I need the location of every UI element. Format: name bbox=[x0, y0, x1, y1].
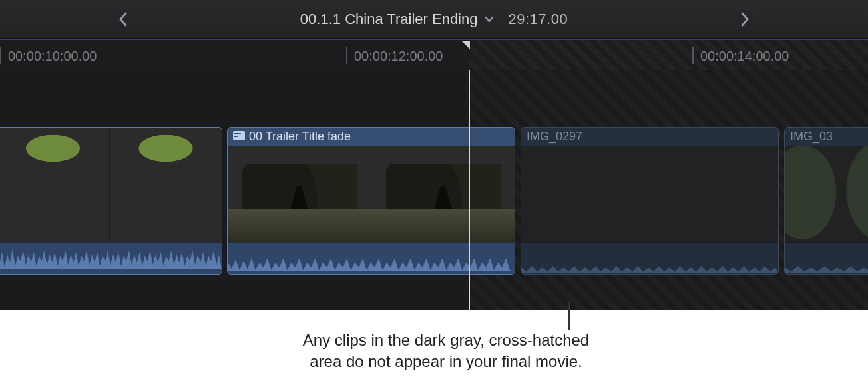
svg-rect-2 bbox=[234, 136, 238, 137]
clip-title-bar: 00 Trailer Title fade bbox=[228, 128, 515, 146]
chevron-right-icon bbox=[740, 12, 750, 27]
clip[interactable]: IMG_0297 bbox=[521, 127, 779, 275]
tick-mark bbox=[0, 47, 1, 64]
tick-mark bbox=[692, 47, 694, 64]
clip-audio-waveform bbox=[228, 242, 515, 274]
clip-audio-waveform bbox=[0, 242, 222, 274]
clip-title-bar: IMG_0297 bbox=[521, 128, 778, 146]
clip-thumbnails: NameDescription NameDescription bbox=[228, 146, 515, 242]
thumbnail-frame: NameDescription bbox=[371, 146, 515, 242]
chevron-left-icon bbox=[118, 12, 128, 27]
chevron-down-icon bbox=[484, 11, 493, 28]
tick-label: 00:00:14:00.00 bbox=[700, 49, 789, 64]
timeline-tracks[interactable]: 00 Trailer Title fade NameDescription Na… bbox=[0, 70, 868, 310]
thumb-label: Name bbox=[375, 223, 393, 231]
thumbnail-frame bbox=[110, 128, 222, 242]
callout-leader-line bbox=[568, 302, 570, 330]
clip-title-text: 00 Trailer Title fade bbox=[249, 130, 351, 144]
clip-thumbnails bbox=[0, 128, 222, 242]
clip-title-text: IMG_0297 bbox=[527, 130, 582, 144]
ruler-tick: 00:00:12:00.00 bbox=[346, 40, 443, 70]
sequence-duration: 29:17.00 bbox=[508, 11, 568, 28]
thumbnail-frame bbox=[0, 128, 110, 242]
playhead[interactable] bbox=[469, 70, 470, 310]
callout-text: Any clips in the dark gray, cross-hatche… bbox=[260, 330, 632, 372]
sequence-title-dropdown[interactable]: 00.1.1 China Trailer Ending bbox=[300, 11, 494, 28]
clip-audio-waveform bbox=[785, 242, 868, 274]
thumb-label: Description bbox=[375, 231, 409, 238]
clip-audio-waveform bbox=[521, 242, 778, 274]
clip-title-bar: IMG_03 bbox=[785, 128, 868, 146]
video-editor-timeline: 00.1.1 China Trailer Ending 29:17.00 00:… bbox=[0, 0, 868, 310]
range-end-icon bbox=[462, 41, 470, 49]
svg-rect-1 bbox=[234, 133, 241, 134]
clip[interactable]: IMG_03 bbox=[784, 127, 868, 275]
tick-mark bbox=[346, 47, 347, 64]
thumbnail-frame: NameDescription bbox=[228, 146, 371, 242]
timeline-ruler[interactable]: 00:00:10:00.00 00:00:12:00.00 00:00:14:0… bbox=[0, 39, 868, 70]
tick-label: 00:00:10:00.00 bbox=[8, 49, 97, 64]
ruler-inactive-region bbox=[469, 40, 868, 70]
callout-line-1: Any clips in the dark gray, cross-hatche… bbox=[303, 331, 589, 349]
clip-thumbnails bbox=[785, 146, 868, 242]
next-sequence-button[interactable] bbox=[728, 0, 761, 39]
thumbnail-frame bbox=[785, 146, 868, 242]
thumb-label: Description bbox=[232, 231, 265, 238]
thumbnail-frame bbox=[650, 146, 779, 242]
thumbnail-frame bbox=[521, 146, 650, 242]
callout-line-2: area do not appear in your final movie. bbox=[310, 352, 582, 370]
clip-thumbnails bbox=[521, 146, 778, 242]
thumb-label: Name bbox=[232, 223, 250, 231]
prev-sequence-button[interactable] bbox=[107, 0, 140, 39]
clip-title-text: IMG_03 bbox=[790, 130, 833, 144]
title-effect-icon bbox=[233, 130, 245, 144]
timeline-header: 00.1.1 China Trailer Ending 29:17.00 bbox=[0, 0, 868, 39]
sequence-title-text: 00.1.1 China Trailer Ending bbox=[300, 11, 478, 28]
ruler-tick: 00:00:10:00.00 bbox=[0, 40, 97, 70]
clip[interactable] bbox=[0, 127, 222, 275]
tick-label: 00:00:12:00.00 bbox=[354, 49, 443, 64]
ruler-tick: 00:00:14:00.00 bbox=[692, 40, 789, 70]
clip[interactable]: 00 Trailer Title fade NameDescription Na… bbox=[227, 127, 515, 275]
header-center: 00.1.1 China Trailer Ending 29:17.00 bbox=[300, 11, 568, 28]
